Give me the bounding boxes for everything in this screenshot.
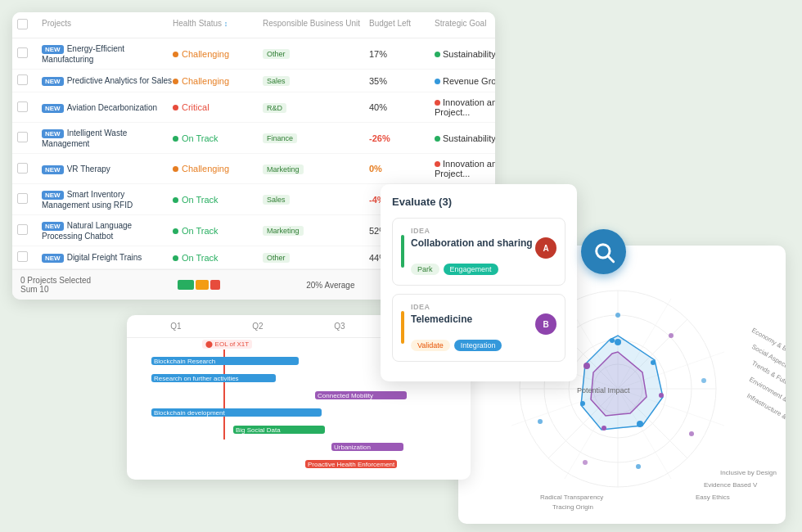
tag-engagement[interactable]: Engagement (444, 264, 498, 275)
gantt-row-5: Big Social Data (135, 423, 462, 436)
table-row: NEWPredictive Analytics for Sales Challe… (12, 70, 495, 92)
svg-point-21 (580, 401, 585, 406)
svg-text:Inclusive by Design: Inclusive by Design (720, 469, 777, 476)
table-row: NEWIntelligent Waste Management On Track… (12, 123, 495, 154)
project-tag: NEW (42, 129, 64, 138)
project-tag: NEW (42, 45, 64, 54)
table-row: NEWEnergy-Efficient Manufacturing Challe… (12, 38, 495, 70)
svg-point-22 (583, 363, 590, 369)
svg-text:Easy Ethics: Easy Ethics (696, 494, 730, 501)
row-checkbox[interactable] (17, 132, 28, 142)
svg-point-23 (610, 338, 615, 343)
tag-park[interactable]: Park (411, 264, 439, 275)
search-icon[interactable] (581, 229, 626, 274)
footer-avg: 20% Average (306, 281, 354, 290)
avatar-2: B (535, 313, 556, 335)
svg-text:Evidence Based V: Evidence Based V (704, 481, 758, 489)
gantt-bar-blockchain-dev: Blockchain development (151, 408, 322, 417)
svg-point-25 (669, 333, 674, 338)
idea-label-1: IDEA (411, 227, 556, 235)
evaluate-card: Evaluate (3) IDEA Collaboration and shar… (381, 184, 577, 381)
svg-point-30 (538, 419, 543, 424)
idea-label-2: IDEA (411, 303, 556, 311)
tag-integration[interactable]: Integration (454, 340, 502, 351)
idea-header-2: Telemedicine B (411, 313, 556, 335)
svg-text:Potential Impact: Potential Impact (577, 386, 630, 394)
project-tag: NEW (42, 165, 64, 174)
svg-point-18 (659, 393, 664, 398)
header-health[interactable]: Health Status ↕ (173, 19, 263, 31)
idea-tags-2: Validate Integration (411, 340, 556, 351)
gantt-bar-connected: Connected Mobility (315, 391, 407, 399)
header-bu[interactable]: Responsible Business Unit (263, 19, 369, 31)
table-row: NEWVR Therapy Challenging Marketing 0% I… (12, 154, 495, 184)
idea-card-1[interactable]: IDEA Collaboration and sharing A Park En… (392, 218, 565, 286)
project-tag: NEW (42, 222, 64, 231)
svg-point-29 (583, 460, 588, 465)
tag-validate[interactable]: Validate (411, 340, 450, 351)
svg-point-19 (637, 421, 643, 427)
quarter-q1: Q1 (170, 322, 181, 331)
gantt-bar-research: Research on further activities (151, 374, 276, 382)
svg-text:Tracing Origin: Tracing Origin (552, 503, 593, 511)
svg-text:Radical Transparency: Radical Transparency (540, 494, 603, 501)
idea-tags-1: Park Engagement (411, 264, 556, 275)
header-projects[interactable]: Projects (42, 19, 173, 31)
svg-point-17 (651, 360, 656, 365)
footer-selected: 0 Projects Selected Sum 10 (20, 276, 91, 294)
quarter-q3: Q3 (334, 322, 345, 331)
svg-point-28 (636, 464, 641, 469)
table-header: Projects Health Status ↕ Responsible Bus… (12, 12, 495, 38)
row-checkbox[interactable] (17, 193, 28, 204)
svg-point-27 (689, 431, 694, 436)
gantt-bar-urban: Urbanization (331, 443, 403, 451)
header-budget[interactable]: Budget Left (369, 19, 435, 31)
header-goal[interactable]: Strategic Goal (435, 19, 495, 31)
gantt-row-7: Proactive Health Enforcement (135, 458, 462, 471)
evaluate-title: Evaluate (3) (392, 196, 565, 208)
gantt-bar-blockchain: Blockchain Research (151, 357, 299, 365)
avatar-1: A (535, 237, 556, 259)
row-checkbox[interactable] (17, 163, 28, 174)
project-tag: NEW (42, 191, 64, 200)
idea-card-2[interactable]: IDEA Telemedicine B Validate Integration (392, 294, 565, 362)
row-checkbox[interactable] (17, 224, 28, 235)
gantt-bar-social: Big Social Data (233, 426, 325, 434)
header-checkbox[interactable] (17, 19, 42, 31)
row-checkbox[interactable] (17, 74, 28, 85)
svg-point-16 (615, 339, 621, 345)
svg-point-20 (602, 426, 606, 431)
idea-header-1: Collaboration and sharing A (411, 237, 556, 259)
idea-name-2: Telemedicine (411, 313, 535, 325)
project-tag: NEW (42, 104, 64, 113)
gantt-row-4: Blockchain development (135, 406, 462, 419)
project-tag: NEW (42, 254, 64, 263)
table-row: NEWAviation Decarbonization Critical R&D… (12, 92, 495, 123)
row-checkbox[interactable] (17, 47, 28, 58)
milestone-label: ⬤ EOL of X1T (202, 340, 252, 349)
svg-point-26 (701, 378, 706, 383)
footer-bars (178, 280, 220, 290)
quarter-q2: Q2 (252, 322, 263, 331)
svg-point-24 (615, 313, 620, 318)
gantt-row-6: Urbanization (135, 440, 462, 453)
row-checkbox[interactable] (17, 251, 28, 262)
idea-name-1: Collaboration and sharing (411, 237, 535, 249)
row-checkbox[interactable] (17, 101, 28, 112)
gantt-bar-health: Proactive Health Enforcement (305, 460, 397, 468)
svg-line-1 (608, 256, 613, 261)
gantt-row-3: Connected Mobility (135, 389, 462, 402)
project-tag: NEW (42, 77, 64, 86)
